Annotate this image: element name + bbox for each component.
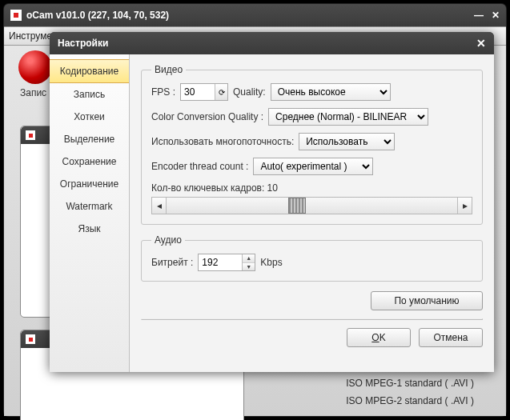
tab-highlight[interactable]: Выделение <box>50 128 129 150</box>
chevron-down-icon[interactable]: ▼ <box>243 263 255 271</box>
keyframes-label: Кол-во ключевых кадров: 10 <box>151 182 278 194</box>
keyframes-slider[interactable]: ◂ ▸ <box>151 197 472 214</box>
app-icon <box>26 130 35 140</box>
video-legend: Видео <box>151 64 186 75</box>
slider-left-icon[interactable]: ◂ <box>152 198 167 214</box>
slider-track[interactable] <box>167 198 457 214</box>
main-title: oCam v101.0 (227, 104, 70, 532) <box>26 10 169 21</box>
app-icon <box>26 334 35 344</box>
codec-item[interactable]: ISO MPEG-1 standard ( .AVI ) <box>346 374 474 392</box>
codec-list: ISO MPEG-1 standard ( .AVI ) ISO MPEG-2 … <box>346 374 474 410</box>
video-group: Видео FPS : ⟳ Quality: Очень высокое Col… <box>141 64 483 225</box>
quality-label: Quality: <box>233 86 266 98</box>
close-icon[interactable]: ✕ <box>476 37 486 50</box>
quality-select[interactable]: Очень высокое <box>271 83 391 101</box>
mt-select[interactable]: Использовать <box>299 133 395 150</box>
slider-thumb[interactable] <box>288 198 306 214</box>
tab-encoding[interactable]: Кодирование <box>50 59 129 83</box>
fps-spinner[interactable]: ⟳ <box>180 83 228 101</box>
bitrate-spinner[interactable]: ▲ ▼ <box>198 254 255 271</box>
close-icon[interactable]: ✕ <box>492 10 500 21</box>
chevron-up-icon[interactable]: ▲ <box>243 254 255 263</box>
bitrate-input[interactable] <box>199 254 242 270</box>
tab-save[interactable]: Сохранение <box>50 150 129 173</box>
tab-hotkeys[interactable]: Хоткеи <box>50 106 129 128</box>
slider-right-icon[interactable]: ▸ <box>457 198 472 214</box>
app-icon <box>10 10 22 21</box>
dialog-titlebar[interactable]: Настройки ✕ <box>50 32 494 54</box>
settings-sidebar: Кодирование Запись Хоткеи Выделение Сохр… <box>50 54 130 372</box>
etc-label: Encoder thread count : <box>151 161 248 172</box>
minimize-icon[interactable]: — <box>474 10 484 21</box>
main-titlebar[interactable]: oCam v101.0 (227, 104, 70, 532) — ✕ <box>4 4 506 26</box>
fps-label: FPS : <box>151 86 175 98</box>
tab-watermark[interactable]: Watermark <box>50 195 129 218</box>
audio-legend: Аудио <box>151 234 185 246</box>
tab-record[interactable]: Запись <box>50 83 129 106</box>
record-label: Запис <box>20 87 46 98</box>
bitrate-unit: Kbps <box>260 257 282 268</box>
etc-select[interactable]: Auto( experimental ) <box>253 158 373 175</box>
fps-input[interactable] <box>181 84 215 100</box>
tab-limit[interactable]: Ограничение <box>50 173 129 195</box>
ccq-select[interactable]: Среднее (Normal) - BILINEAR <box>268 108 428 126</box>
dialog-title: Настройки <box>58 38 108 49</box>
bitrate-label: Битрейт : <box>151 257 193 268</box>
audio-group: Аудио Битрейт : ▲ ▼ Kbps <box>141 234 483 282</box>
ccq-label: Color Conversion Quality : <box>151 111 263 122</box>
cancel-button[interactable]: Отмена <box>419 328 483 347</box>
record-button[interactable] <box>18 50 52 84</box>
tab-lang[interactable]: Язык <box>50 218 129 240</box>
settings-dialog: Настройки ✕ Кодирование Запись Хоткеи Вы… <box>50 32 494 372</box>
defaults-button[interactable]: По умолчанию <box>371 291 483 310</box>
codec-item[interactable]: ISO MPEG-2 standard ( .AVI ) <box>346 392 474 410</box>
mt-label: Использовать многопоточность: <box>151 136 294 147</box>
refresh-icon[interactable]: ⟳ <box>215 84 227 100</box>
settings-content: Видео FPS : ⟳ Quality: Очень высокое Col… <box>130 54 494 372</box>
dialog-body: Кодирование Запись Хоткеи Выделение Сохр… <box>50 54 494 372</box>
ok-button[interactable]: OK <box>347 328 411 347</box>
separator <box>141 318 483 320</box>
